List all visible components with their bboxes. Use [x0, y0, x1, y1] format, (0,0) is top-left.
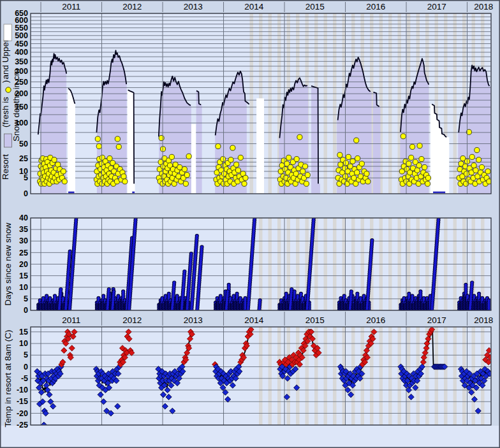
year-label-top: 2016: [366, 2, 385, 11]
year-label-middle: 2018: [474, 315, 493, 325]
days-ytick: 5: [24, 294, 28, 303]
year-label-middle: 2012: [122, 315, 142, 325]
snow-ytick: 450: [15, 40, 28, 48]
days-ytick: 35: [19, 225, 28, 234]
days-ytick: 40: [19, 213, 28, 222]
temp-ytick: 10: [19, 339, 28, 348]
snow-ytick: 25: [19, 154, 28, 163]
temp-ytick: -10: [17, 386, 28, 394]
year-label-top: 2017: [427, 2, 446, 11]
year-label-top: 2015: [305, 2, 325, 11]
temp-ytick: -15: [17, 397, 28, 406]
year-label-middle: 2011: [62, 315, 80, 325]
year-label-middle: 2015: [305, 315, 325, 325]
days-ytick: 20: [19, 260, 28, 269]
year-label-middle: 2016: [366, 315, 385, 325]
upper-band-legend-swatch: [4, 24, 12, 41]
temp-axis-title: Temp in resort at 8am (C): [3, 329, 13, 427]
year-label-middle: 2013: [184, 315, 203, 325]
fresh-snow-legend-dot: [6, 87, 11, 92]
temp-ytick: -20: [17, 409, 28, 418]
year-label-top: 2011: [62, 2, 80, 11]
temp-ytick: -5: [21, 374, 28, 383]
days-ytick: 0: [24, 306, 28, 315]
snow-ytick: 0: [24, 189, 28, 198]
snow-ytick: 350: [15, 57, 28, 66]
year-label-top: 2018: [474, 2, 493, 11]
resort-band-legend-swatch: [4, 134, 12, 147]
snow-ytick: 400: [15, 48, 28, 57]
temp-ytick: 0: [24, 363, 28, 372]
days-ytick: 10: [19, 283, 28, 292]
snow-axis-label-resort: Resort: [1, 154, 10, 180]
year-label-middle: 2014: [244, 315, 264, 325]
temp-ytick: -25: [17, 421, 28, 430]
snow-axis-label-paren: ): [1, 80, 10, 83]
snow-axis-label-fresh: (fresh is: [1, 97, 10, 127]
year-label-top: 2014: [244, 2, 264, 11]
snow-report-figure: 6506005505004504003503002502001501005025…: [0, 0, 500, 448]
snow-ytick: 5: [24, 173, 28, 182]
days-axis-title: Days since new snow: [3, 222, 13, 305]
snow-axis-label-upper: and Upper: [1, 39, 10, 80]
temp-ytick: 15: [19, 328, 28, 336]
year-label-top: 2013: [184, 2, 203, 11]
days-ytick: 25: [19, 249, 28, 257]
year-label-middle: 2017: [427, 315, 446, 325]
temp-ytick: 5: [24, 350, 28, 359]
snow-report-chart: 6506005505004504003503002502001501005025…: [0, 0, 500, 448]
days-ytick: 15: [19, 271, 28, 280]
days-ytick: 30: [19, 236, 28, 245]
snow-axis-title: Snow depths in cm: [11, 69, 21, 141]
year-label-top: 2012: [122, 2, 142, 11]
